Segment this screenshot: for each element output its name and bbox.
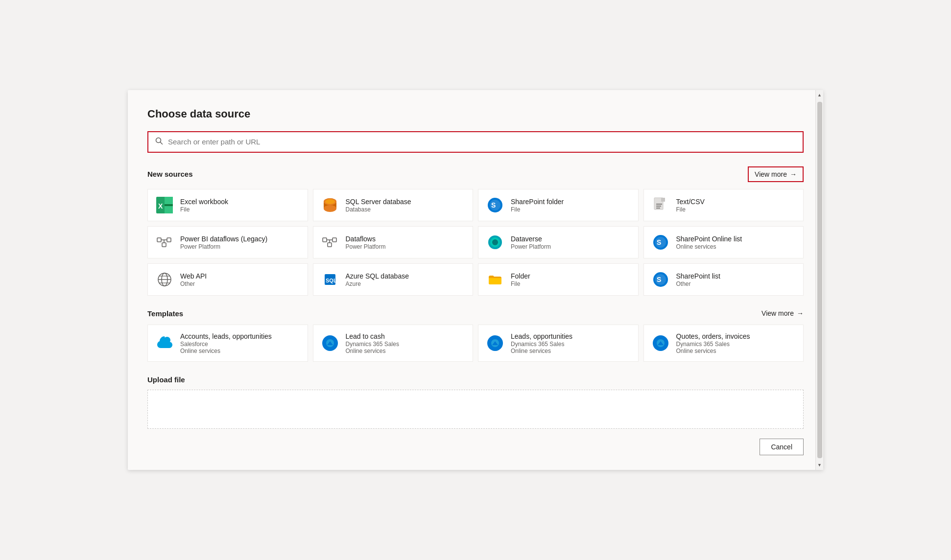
svg-rect-20	[162, 243, 166, 247]
svg-rect-25	[328, 243, 332, 247]
template-card-quotes-orders[interactable]: Quotes, orders, invoices Dynamics 365 Sa…	[643, 325, 804, 362]
source-card-dataflows-name: Dataflows	[346, 234, 386, 243]
templates-header: Templates View more →	[147, 309, 804, 318]
cancel-button[interactable]: Cancel	[760, 439, 804, 455]
svg-rect-18	[157, 238, 161, 242]
svg-rect-24	[333, 238, 336, 242]
template-card-leads-opps[interactable]: Leads, opportunities Dynamics 365 Sales …	[478, 325, 639, 362]
source-card-web-api[interactable]: Web API Other	[147, 263, 308, 296]
page-title: Choose data source	[147, 108, 804, 120]
template-quotes-orders-line2: Dynamics 365 Sales	[676, 341, 750, 348]
upload-title: Upload file	[147, 375, 804, 384]
template-lead-to-cash-line2: Dynamics 365 Sales	[346, 341, 399, 348]
source-card-text-csv-name: Text/CSV	[676, 197, 705, 206]
source-card-sharepoint-online-name: SharePoint Online list	[676, 234, 742, 243]
template-quotes-orders-line3: Online services	[676, 348, 750, 354]
template-card-lead-to-cash[interactable]: Lead to cash Dynamics 365 Sales Online s…	[313, 325, 474, 362]
upload-section: Upload file	[147, 375, 804, 429]
svg-point-30	[492, 239, 498, 245]
source-card-powerbi-name: Power BI dataflows (Legacy)	[180, 234, 267, 243]
bottom-bar: Cancel	[147, 439, 804, 455]
template-quotes-orders-name: Quotes, orders, invoices	[676, 332, 750, 341]
arrow-right-icon: →	[790, 170, 797, 178]
svg-point-8	[324, 205, 336, 212]
choose-data-source-dialog: ▲ ▼ Choose data source New sources View …	[128, 90, 823, 470]
source-card-azure-sql-name: Azure SQL database	[346, 272, 409, 280]
source-card-dataverse-name: Dataverse	[511, 234, 551, 243]
source-card-excel-workbook[interactable]: X Excel workbook File	[147, 189, 308, 221]
source-card-sharepoint-online-category: Online services	[676, 243, 742, 250]
source-card-sharepoint-list[interactable]: S SharePoint list Other	[643, 263, 804, 296]
svg-rect-23	[323, 238, 327, 242]
svg-text:X: X	[158, 202, 163, 210]
azure-sql-icon: SQL	[321, 271, 339, 288]
template-accounts-leads-line3: Online services	[180, 348, 272, 354]
scrollbar[interactable]: ▲ ▼	[815, 90, 823, 470]
sharepoint-folder-icon: S	[486, 196, 504, 214]
source-card-folder-name: Folder	[511, 272, 530, 280]
scroll-down-arrow[interactable]: ▼	[816, 460, 824, 470]
dataflows-icon	[321, 233, 339, 251]
source-card-sharepoint-folder-category: File	[511, 206, 564, 213]
templates-arrow-right-icon: →	[797, 309, 804, 317]
upload-dropzone[interactable]	[147, 390, 804, 429]
source-card-dataflows[interactable]: Dataflows Power Platform	[313, 226, 474, 258]
source-card-azure-sql-category: Azure	[346, 280, 409, 287]
template-leads-opps-line2: Dynamics 365 Sales	[511, 341, 572, 348]
folder-icon	[486, 271, 504, 288]
svg-rect-19	[167, 238, 171, 242]
powerbi-dataflows-icon	[156, 233, 173, 251]
source-card-web-api-category: Other	[180, 280, 207, 287]
new-sources-grid: X Excel workbook File SQL Server dat	[147, 189, 804, 296]
templates-view-more-button[interactable]: View more →	[761, 309, 804, 317]
source-card-azure-sql[interactable]: SQL Azure SQL database Azure	[313, 263, 474, 296]
source-card-sharepoint-online-list[interactable]: S SharePoint Online list Online services	[643, 226, 804, 258]
source-card-sql-server[interactable]: SQL Server database Database	[313, 189, 474, 221]
source-card-dataverse[interactable]: Dataverse Power Platform	[478, 226, 639, 258]
source-card-sharepoint-folder-name: SharePoint folder	[511, 197, 564, 206]
template-lead-to-cash-name: Lead to cash	[346, 332, 399, 341]
source-card-text-csv-category: File	[676, 206, 705, 213]
dynamics365-quotes-icon	[652, 334, 669, 352]
svg-point-10	[325, 199, 335, 204]
search-input[interactable]	[168, 138, 796, 146]
source-card-sharepoint-folder[interactable]: S SharePoint folder File	[478, 189, 639, 221]
new-sources-header: New sources View more →	[147, 166, 804, 182]
source-card-dataverse-category: Power Platform	[511, 243, 551, 250]
source-card-sharepoint-list-name: SharePoint list	[676, 272, 720, 280]
source-card-powerbi-category: Power Platform	[180, 243, 267, 250]
template-accounts-leads-name: Accounts, leads, opportunities	[180, 332, 272, 341]
svg-line-1	[161, 142, 163, 144]
svg-text:S: S	[657, 238, 661, 246]
template-accounts-leads-line2: Salesforce	[180, 341, 272, 348]
template-leads-opps-name: Leads, opportunities	[511, 332, 572, 341]
source-card-folder[interactable]: Folder File	[478, 263, 639, 296]
source-card-sql-category: Database	[346, 206, 411, 213]
template-leads-opps-line3: Online services	[511, 348, 572, 354]
scroll-thumb[interactable]	[817, 102, 822, 458]
source-card-powerbi-dataflows[interactable]: Power BI dataflows (Legacy) Power Platfo…	[147, 226, 308, 258]
templates-title: Templates	[147, 309, 183, 318]
source-card-excel-workbook-category: File	[180, 206, 228, 213]
new-sources-view-more-button[interactable]: View more →	[748, 166, 804, 182]
sql-server-icon	[321, 196, 339, 214]
svg-text:SQL: SQL	[326, 278, 337, 283]
template-lead-to-cash-line3: Online services	[346, 348, 399, 354]
template-card-accounts-leads[interactable]: Accounts, leads, opportunities Salesforc…	[147, 325, 308, 362]
dynamics365-lead-icon	[321, 334, 339, 352]
source-card-sharepoint-list-category: Other	[676, 280, 720, 287]
sharepoint-list-icon: S	[652, 271, 669, 288]
search-box[interactable]	[147, 131, 804, 153]
search-icon	[155, 137, 163, 147]
excel-icon: X	[156, 196, 173, 214]
source-card-excel-workbook-name: Excel workbook	[180, 197, 228, 206]
source-card-web-api-name: Web API	[180, 272, 207, 280]
salesforce-icon	[156, 334, 173, 352]
source-card-folder-category: File	[511, 280, 530, 287]
sharepoint-online-list-icon: S	[652, 233, 669, 251]
scroll-up-arrow[interactable]: ▲	[816, 90, 824, 100]
source-card-text-csv[interactable]: Text/CSV File	[643, 189, 804, 221]
new-sources-title: New sources	[147, 170, 193, 178]
svg-text:S: S	[657, 276, 661, 283]
dynamics365-leads-icon	[486, 334, 504, 352]
